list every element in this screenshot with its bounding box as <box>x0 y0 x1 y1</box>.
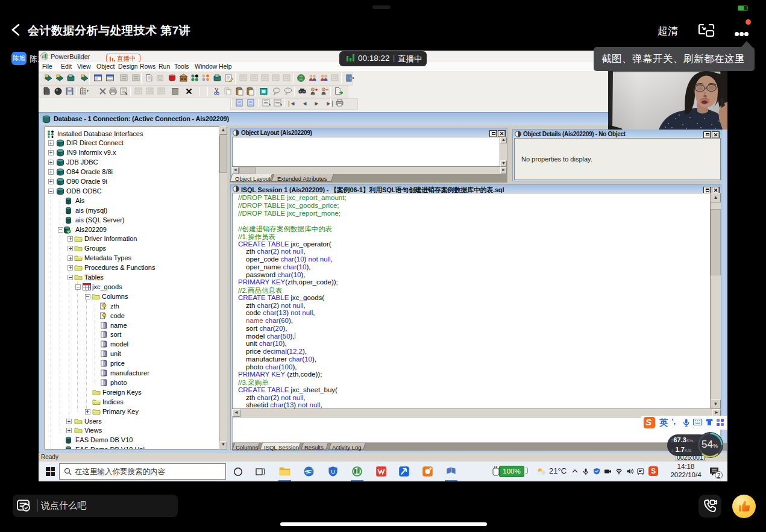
svg-text:U: U <box>331 468 335 475</box>
